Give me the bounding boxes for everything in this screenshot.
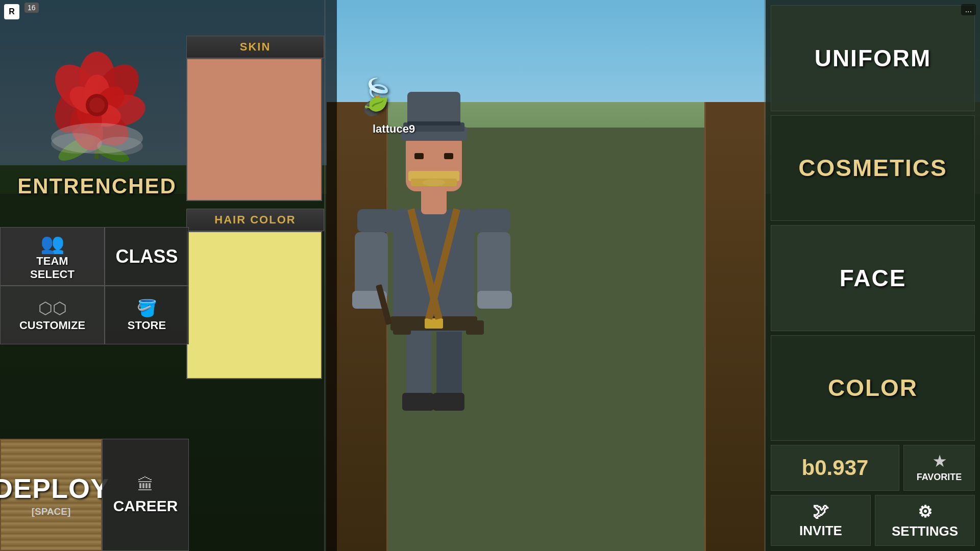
svg-rect-31 xyxy=(472,209,510,232)
favorite-button[interactable]: ★ FAVORITE xyxy=(903,445,975,491)
face-label: FACE xyxy=(840,264,906,292)
logo-area: ENTRENCHED xyxy=(10,10,184,224)
player-name: lattuce9 xyxy=(373,122,415,136)
center-panel: SKIN HAIR COLOR xyxy=(186,36,324,387)
settings-icon: ⚙ xyxy=(918,502,933,521)
roblox-icon: R xyxy=(4,4,19,19)
team-select-label: TEAMSELECT xyxy=(30,255,75,281)
class-label: CLASS xyxy=(115,246,178,267)
team-select-icon: 👥 xyxy=(40,232,64,255)
color-label: COLOR xyxy=(828,374,918,402)
invite-label: INVITE xyxy=(799,523,842,539)
svg-rect-22 xyxy=(402,393,434,411)
uniform-label: UNIFORM xyxy=(815,44,932,72)
nav-row-2: ⬡⬡ CUSTOMIZE 🪣 STORE xyxy=(0,286,189,344)
svg-point-16 xyxy=(89,97,105,113)
action-row: 🕊 INVITE ⚙ SETTINGS xyxy=(771,495,975,546)
logo-flower xyxy=(26,36,168,179)
customize-label: CUSTOMIZE xyxy=(19,319,85,332)
svg-rect-34 xyxy=(477,291,512,309)
deploy-space-label: [SPACE] xyxy=(32,506,71,517)
svg-point-39 xyxy=(423,179,445,186)
hair-color-label: HAIR COLOR xyxy=(186,209,324,231)
cosmetics-button[interactable]: COSMETICS xyxy=(771,115,975,221)
color-button[interactable]: COLOR xyxy=(771,335,975,441)
more-button[interactable]: ... xyxy=(961,4,976,15)
svg-rect-47 xyxy=(466,320,484,335)
svg-rect-45 xyxy=(407,121,460,126)
career-label: CAREER xyxy=(113,497,178,515)
career-button[interactable]: 🏛 CAREER xyxy=(102,439,189,551)
star-icon: ★ xyxy=(933,453,946,470)
character-area: 🍃 💣 lattuce9 xyxy=(327,0,766,551)
svg-rect-29 xyxy=(357,209,396,232)
top-bar: R 16 ... xyxy=(0,0,980,18)
deploy-label: DEPLOY xyxy=(0,472,109,504)
svg-point-19 xyxy=(97,137,143,155)
career-area: 🏛 CAREER xyxy=(102,439,189,551)
class-button[interactable]: CLASS xyxy=(105,227,189,286)
face-button[interactable]: FACE xyxy=(771,225,975,331)
skin-label: SKIN xyxy=(186,36,324,58)
deploy-area: DEPLOY [SPACE] xyxy=(0,439,102,551)
invite-icon: 🕊 xyxy=(813,502,829,521)
grenade-icon: 🍃 xyxy=(357,77,396,113)
store-button[interactable]: 🪣 STORE xyxy=(105,286,189,344)
team-select-button[interactable]: 👥 TEAMSELECT xyxy=(0,227,105,286)
skin-section: SKIN xyxy=(186,36,324,201)
favorite-label: FAVORITE xyxy=(917,472,962,483)
customize-icon: ⬡⬡ xyxy=(38,298,67,318)
nav-middle-row: 👥 TEAMSELECT CLASS ⬡⬡ CUSTOMIZE 🪣 STORE xyxy=(0,227,189,344)
center-separator xyxy=(324,0,326,551)
cosmetics-label: COSMETICS xyxy=(798,154,947,182)
b-value-display: b0.937 xyxy=(771,445,899,491)
hair-swatch[interactable] xyxy=(186,231,322,379)
store-icon: 🪣 xyxy=(137,298,157,318)
customize-button[interactable]: ⬡⬡ CUSTOMIZE xyxy=(0,286,105,344)
settings-button[interactable]: ⚙ SETTINGS xyxy=(875,495,975,546)
settings-label: SETTINGS xyxy=(892,523,958,539)
nav-row-1: 👥 TEAMSELECT CLASS xyxy=(0,227,189,286)
svg-rect-32 xyxy=(477,232,510,298)
right-panel: UNIFORM COSMETICS FACE COLOR b0.937 ★ FA… xyxy=(766,0,980,551)
store-label: STORE xyxy=(128,319,166,332)
svg-rect-26 xyxy=(425,318,443,329)
game-title: ENTRENCHED xyxy=(17,174,177,198)
svg-rect-23 xyxy=(433,393,464,411)
favorite-row: b0.937 ★ FAVORITE xyxy=(771,445,975,491)
career-icon: 🏛 xyxy=(137,475,154,494)
deploy-button[interactable]: DEPLOY [SPACE] xyxy=(0,439,102,551)
svg-rect-40 xyxy=(414,153,424,159)
uniform-button[interactable]: UNIFORM xyxy=(771,5,975,111)
notification-badge: 16 xyxy=(24,3,39,13)
skin-swatch[interactable] xyxy=(186,58,322,201)
hair-section: HAIR COLOR xyxy=(186,209,324,379)
svg-rect-30 xyxy=(355,232,388,298)
invite-button[interactable]: 🕊 INVITE xyxy=(771,495,871,546)
svg-rect-41 xyxy=(444,153,453,159)
svg-rect-46 xyxy=(393,320,411,335)
svg-point-18 xyxy=(51,133,102,154)
